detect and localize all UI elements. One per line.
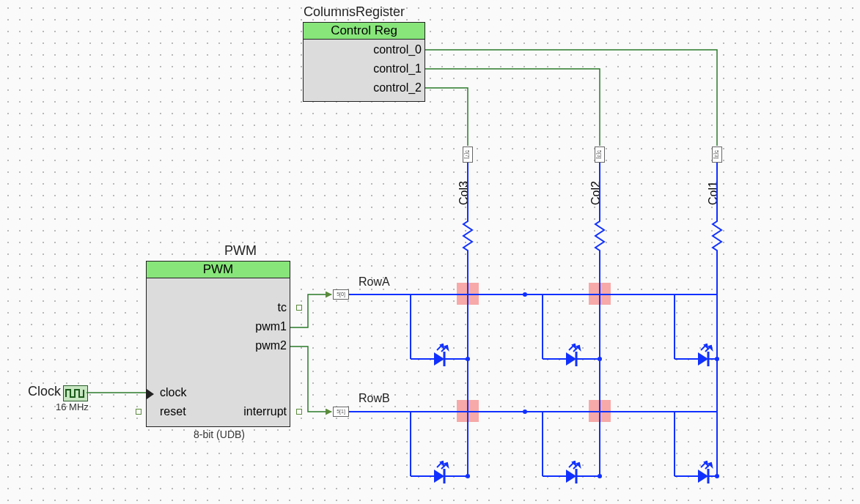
svg-point-33 (466, 474, 470, 478)
svg-point-30 (466, 357, 470, 361)
svg-point-36 (523, 292, 527, 297)
svg-point-31 (598, 357, 602, 361)
svg-point-35 (715, 474, 719, 478)
svg-point-37 (523, 410, 527, 414)
svg-point-32 (715, 357, 719, 361)
svg-point-34 (598, 474, 602, 478)
wiring-layer (0, 0, 860, 504)
